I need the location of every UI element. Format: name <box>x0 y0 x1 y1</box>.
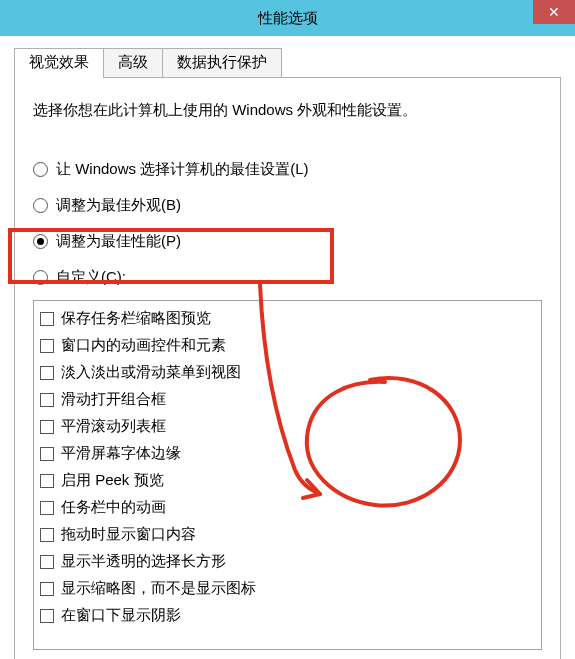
tab-advanced[interactable]: 高级 <box>103 48 163 77</box>
checkbox-label: 启用 Peek 预览 <box>61 471 164 490</box>
list-item[interactable]: 保存任务栏缩略图预览 <box>40 305 535 332</box>
checkbox-icon <box>40 366 54 380</box>
checkbox-label: 在窗口下显示阴影 <box>61 606 181 625</box>
checkbox-icon <box>40 339 54 353</box>
checkbox-label: 任务栏中的动画 <box>61 498 166 517</box>
tab-label: 数据执行保护 <box>177 53 267 70</box>
list-item[interactable]: 淡入淡出或滑动菜单到视图 <box>40 359 535 386</box>
checkbox-label: 滑动打开组合框 <box>61 390 166 409</box>
checkbox-label: 显示缩略图，而不是显示图标 <box>61 579 256 598</box>
list-item[interactable]: 窗口内的动画控件和元素 <box>40 332 535 359</box>
tab-visual-effects[interactable]: 视觉效果 <box>14 48 104 78</box>
window-title: 性能选项 <box>0 9 575 28</box>
list-item[interactable]: 拖动时显示窗口内容 <box>40 521 535 548</box>
radio-let-windows-choose[interactable]: 让 Windows 选择计算机的最佳设置(L) <box>33 156 542 182</box>
radio-label: 自定义(C): <box>56 268 126 287</box>
checkbox-label: 拖动时显示窗口内容 <box>61 525 196 544</box>
close-button[interactable]: ✕ <box>533 0 575 24</box>
checkbox-label: 显示半透明的选择长方形 <box>61 552 226 571</box>
list-item[interactable]: 显示缩略图，而不是显示图标 <box>40 575 535 602</box>
checkbox-label: 平滑滚动列表框 <box>61 417 166 436</box>
list-item[interactable]: 平滑滚动列表框 <box>40 413 535 440</box>
tab-label: 高级 <box>118 53 148 70</box>
checkbox-label: 窗口内的动画控件和元素 <box>61 336 226 355</box>
radio-icon <box>33 198 48 213</box>
checkbox-icon <box>40 528 54 542</box>
radio-best-appearance[interactable]: 调整为最佳外观(B) <box>33 192 542 218</box>
effects-checklist[interactable]: 保存任务栏缩略图预览 窗口内的动画控件和元素 淡入淡出或滑动菜单到视图 滑动打开… <box>33 300 542 650</box>
checkbox-label: 保存任务栏缩略图预览 <box>61 309 211 328</box>
checkbox-icon <box>40 447 54 461</box>
list-item[interactable]: 启用 Peek 预览 <box>40 467 535 494</box>
checkbox-icon <box>40 312 54 326</box>
checkbox-icon <box>40 582 54 596</box>
radio-icon <box>33 270 48 285</box>
tab-label: 视觉效果 <box>29 53 89 70</box>
checkbox-icon <box>40 420 54 434</box>
list-item[interactable]: 在窗口下显示阴影 <box>40 602 535 629</box>
list-item[interactable]: 显示半透明的选择长方形 <box>40 548 535 575</box>
titlebar: 性能选项 ✕ <box>0 0 575 36</box>
description-text: 选择你想在此计算机上使用的 Windows 外观和性能设置。 <box>33 98 542 122</box>
checkbox-icon <box>40 393 54 407</box>
close-icon: ✕ <box>548 4 560 20</box>
checkbox-icon <box>40 609 54 623</box>
list-item[interactable]: 任务栏中的动画 <box>40 494 535 521</box>
radio-icon <box>33 234 48 249</box>
radio-label: 调整为最佳外观(B) <box>56 196 181 215</box>
checkbox-icon <box>40 555 54 569</box>
tab-panel: 选择你想在此计算机上使用的 Windows 外观和性能设置。 让 Windows… <box>14 78 561 659</box>
tab-dep[interactable]: 数据执行保护 <box>162 48 282 77</box>
checkbox-icon <box>40 501 54 515</box>
radio-best-performance[interactable]: 调整为最佳性能(P) <box>33 228 542 254</box>
checkbox-label: 平滑屏幕字体边缘 <box>61 444 181 463</box>
radio-icon <box>33 162 48 177</box>
radio-label: 让 Windows 选择计算机的最佳设置(L) <box>56 160 309 179</box>
radio-label: 调整为最佳性能(P) <box>56 232 181 251</box>
checkbox-icon <box>40 474 54 488</box>
list-item[interactable]: 平滑屏幕字体边缘 <box>40 440 535 467</box>
checkbox-label: 淡入淡出或滑动菜单到视图 <box>61 363 241 382</box>
list-item[interactable]: 滑动打开组合框 <box>40 386 535 413</box>
tab-strip: 视觉效果 高级 数据执行保护 <box>14 48 561 78</box>
content-area: 视觉效果 高级 数据执行保护 选择你想在此计算机上使用的 Windows 外观和… <box>0 36 575 659</box>
radio-custom[interactable]: 自定义(C): <box>33 264 542 290</box>
